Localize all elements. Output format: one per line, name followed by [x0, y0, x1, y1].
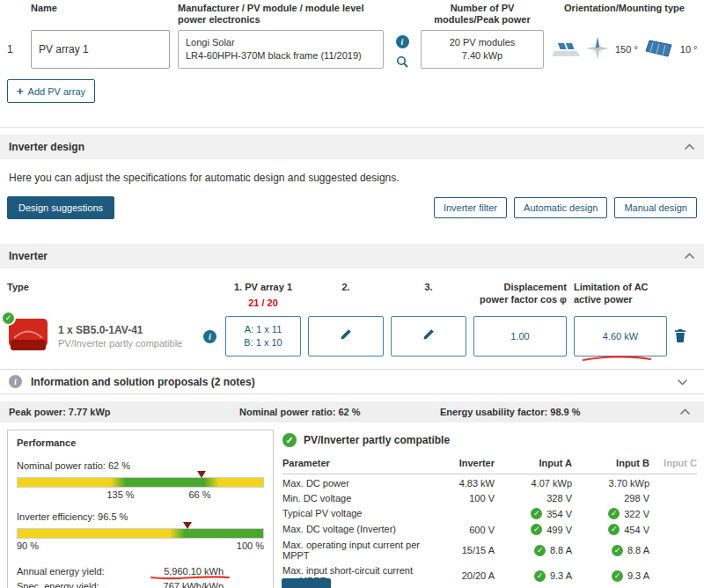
compat-input-a-value: ✓499 V [495, 520, 572, 536]
compat-input-a-value: ✓9.3 A [495, 562, 572, 587]
inverter-image: ✓ [7, 317, 51, 356]
compatibility-table: Parameter Inverter Input A Input B Input… [282, 458, 697, 587]
row-index: 1 [7, 43, 23, 55]
tilted-module-icon [643, 39, 675, 61]
check-icon: ✓ [612, 545, 623, 556]
pencil-icon [340, 328, 352, 344]
pv-array-row: 1 Longi Solar LR4-60HPH-370M black frame… [0, 30, 704, 69]
compass-rose-icon [585, 36, 610, 63]
perf-value: 5,960.10 kWh [132, 564, 264, 579]
compat-inverter-value: 15/15 A [428, 536, 495, 562]
string-b-config: B: 1 x 10 [244, 336, 282, 349]
gauge-marker-icon [183, 522, 192, 529]
module-info-icon[interactable]: i [396, 35, 409, 48]
compat-inverter-value: 600 V [428, 520, 495, 536]
string-config-array2-box[interactable] [308, 316, 384, 356]
perf-value: 767 kWh/kWp [132, 579, 264, 588]
inverter-row: ✓ 1 x SB5.0-1AV-41 PV/Inverter partly co… [0, 316, 704, 356]
section-divider [0, 127, 704, 128]
compat-inverter-value [428, 504, 495, 520]
performance-title: Performance [17, 437, 264, 448]
red-underline-annotation [582, 355, 652, 364]
inverter-design-description: Here you can adjust the specifications f… [0, 159, 704, 195]
col-header-array2: 2. [308, 281, 384, 293]
compat-input-a-value: 328 V [495, 489, 572, 504]
tilt-value[interactable]: 10 ° [680, 44, 698, 55]
inverter-design-section-header[interactable]: Inverter design [0, 135, 704, 159]
efficiency-gauge [17, 528, 264, 539]
inverter-name: 1 x SB5.0-1AV-41 [58, 324, 182, 336]
gauge-marker-icon [197, 471, 206, 478]
pv-array-name-input[interactable] [31, 30, 170, 69]
module-search-icon[interactable] [396, 55, 408, 68]
perf-row: Annual energy yield: 5,960.10 kWh [17, 564, 264, 579]
peak-power: 7.40 kWp [462, 49, 502, 62]
compat-input-b-value: 298 V [572, 489, 649, 504]
col-header-parameter: Parameter [282, 458, 428, 474]
col-header-type: Type [7, 281, 218, 293]
compat-input-b-value: ✓8.8 A [572, 536, 649, 562]
module-manufacturer: Longi Solar [186, 36, 376, 49]
col-header-manufacturer: Manufacturer / PV module / module level … [178, 3, 384, 26]
cosphi-box[interactable]: 1.00 [473, 316, 567, 356]
ac-limit-value: 4.60 kW [603, 330, 638, 343]
pv-design-page: Name Manufacturer / PV module / module l… [0, 0, 704, 588]
inverter-info-icon[interactable]: i [203, 330, 216, 343]
inverter-filter-button[interactable]: Inverter filter [434, 197, 507, 218]
string-config-array1-box[interactable]: A: 1 x 11 B: 1 x 10 [225, 316, 301, 356]
gauge-tick: 66 % [188, 489, 210, 500]
module-count: 20 PV modules [450, 36, 516, 49]
collapse-chevron-up-icon[interactable] [684, 253, 695, 260]
peak-power-summary: Peak power: 7.77 kWp [9, 407, 239, 417]
delete-inverter-button[interactable] [674, 328, 686, 342]
orientation-cluster: 150 ° 10 ° [552, 30, 704, 69]
azimuth-value[interactable]: 150 ° [615, 44, 638, 55]
string-config-array3-box[interactable] [391, 316, 466, 356]
nominal-ratio-gauge [17, 477, 264, 488]
ac-limit-box[interactable]: 4.60 kW [574, 316, 667, 356]
inverter-status: PV/Inverter partly compatible [58, 338, 182, 349]
col-header-input-a: Input A [495, 458, 572, 474]
usability-summary: Energy usability factor: 98.9 % [440, 407, 679, 417]
inverter-table-headers: Type 1. PV array 1 21 / 20 2. 3. Displac… [0, 281, 704, 309]
check-icon: ✓ [608, 524, 620, 535]
compat-input-c-value [649, 504, 697, 520]
pv-module-selector[interactable]: Longi Solar LR4-60HPH-370M black frame (… [178, 30, 384, 69]
notes-bar[interactable]: i Information and solution proposals (2 … [0, 369, 704, 394]
col-header-array3: 3. [391, 281, 466, 293]
collapse-chevron-up-icon[interactable] [684, 143, 695, 151]
compat-param: Max. DC power [282, 474, 428, 489]
module-count-box[interactable]: 20 PV modules 7.40 kWp [421, 30, 544, 69]
check-icon: ✓ [282, 433, 297, 447]
compat-input-c-value [649, 536, 697, 562]
check-icon: ✓ [612, 570, 623, 582]
compat-param: Min. DC voltage [282, 489, 428, 504]
partial-button[interactable] [282, 578, 331, 588]
check-icon: ✓ [531, 508, 542, 519]
col-header-inverter: Inverter [428, 458, 495, 474]
inverter-section-header[interactable]: Inverter [0, 244, 704, 268]
chevron-down-icon[interactable] [677, 379, 688, 386]
efficiency-gauge-label: Inverter efficiency: 96.5 % [17, 511, 264, 522]
manual-design-button[interactable]: Manual design [614, 197, 697, 218]
compat-inverter-value: 100 V [428, 489, 495, 504]
check-icon: ✓ [608, 508, 620, 519]
nominal-ratio-gauge-label: Nominal power ratio: 62 % [17, 460, 264, 471]
pv-array-header-row: Name Manufacturer / PV module / module l… [0, 3, 704, 26]
compat-param: Typical PV voltage [282, 504, 428, 520]
summary-bar: Peak power: 7.77 kWp Nominal power ratio… [0, 401, 704, 423]
design-suggestions-button[interactable]: Design suggestions [7, 196, 114, 219]
col-header-orientation: Orientation/Mounting type [552, 3, 697, 26]
notes-label: Information and solution proposals (2 no… [31, 376, 255, 388]
compat-inverter-value: 20/20 A [428, 562, 495, 587]
collapse-chevron-up-icon[interactable] [679, 408, 695, 415]
check-icon: ✓ [531, 524, 542, 535]
automatic-design-button[interactable]: Automatic design [514, 197, 607, 218]
perf-label: Annual energy yield: [17, 564, 132, 579]
col-header-array1: 1. PV array 1 [225, 281, 301, 293]
perf-label: Spec. energy yield: [17, 579, 132, 588]
compat-input-a-value: ✓354 V [495, 504, 572, 520]
gauge-tick: 90 % [17, 540, 39, 551]
performance-panel: Performance Nominal power ratio: 62 % 13… [7, 430, 274, 588]
add-pv-array-button[interactable]: + Add PV array [7, 79, 95, 103]
